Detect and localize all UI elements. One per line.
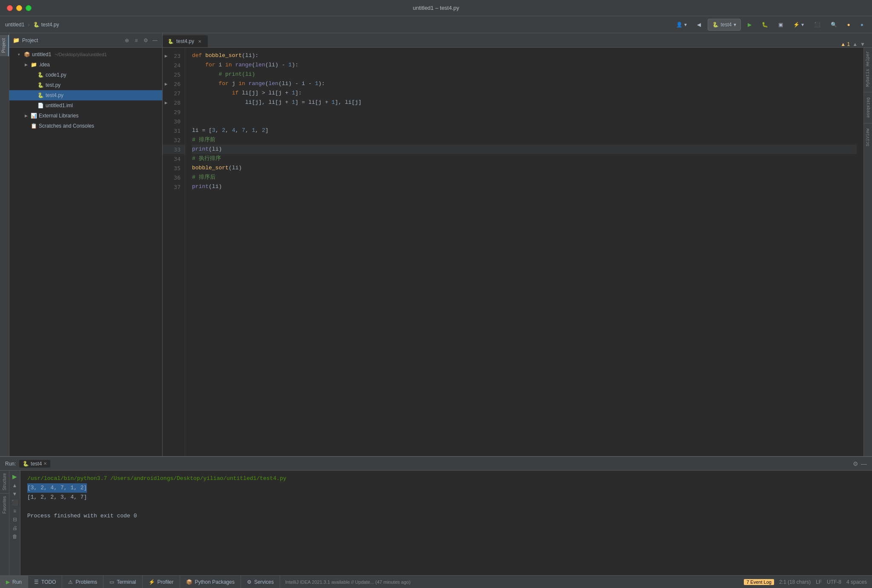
sciview-tab[interactable]: SciView [865, 125, 871, 150]
code-line-36: # 排序后 [192, 173, 857, 182]
cursor-position[interactable]: 2:1 (18 chars) [779, 579, 811, 585]
tree-test4[interactable]: 🐍 test4.py [9, 90, 162, 100]
run-panel-header: Run: 🐍 test4 ✕ ⚙ — [0, 457, 872, 471]
run-output-line1: [3, 2, 4, 7, 1, 2] [27, 483, 865, 493]
structure-tab[interactable]: Structure [1, 471, 8, 493]
run-header-actions: ⚙ — [853, 460, 867, 467]
code-line-25: # print(li) [192, 70, 857, 79]
coverage-btn[interactable]: ▣ [775, 19, 786, 31]
linenum-36: 36 [169, 174, 185, 181]
line-26: ▶ 26 [163, 79, 185, 88]
breadcrumb-file[interactable]: 🐍 test4.py [33, 22, 59, 28]
profile-btn[interactable]: ⚡ ▾ [790, 19, 807, 31]
run-up-btn[interactable]: ▲ [12, 482, 17, 488]
tree-extlibs[interactable]: ▶ 📊 External Libraries [9, 111, 162, 121]
run-play-btn[interactable]: ▶ [12, 473, 17, 480]
scroll-up-icon[interactable]: ▲ [852, 41, 858, 47]
debug-btn[interactable]: 🐛 [758, 19, 772, 31]
run-settings-icon[interactable]: ⚙ [853, 460, 858, 467]
run-btn[interactable]: ▶ [744, 19, 755, 31]
code-content[interactable]: def bobble_sort(li): for i in range(len(… [185, 48, 863, 456]
run-config-selector[interactable]: 🐍 test4 ▾ [708, 19, 740, 31]
run-tab-close[interactable]: ✕ [43, 461, 47, 466]
tree-test[interactable]: 🐍 test.py [9, 80, 162, 90]
run-tab-icon: 🐍 [23, 461, 29, 467]
gutter-23: ▶ [163, 53, 169, 59]
run-filter2-btn[interactable]: ⊟ [13, 517, 17, 522]
linenum-24: 24 [169, 62, 185, 69]
run-exit-text: Process finished with exit code 0 [27, 513, 137, 519]
event-log-badge[interactable]: 7 Event Log [744, 579, 774, 585]
profiler-status-tab[interactable]: ⚡ Profiler [143, 576, 180, 588]
run-left-structure: Structure Favorites [0, 471, 9, 575]
line-separator[interactable]: LF [816, 579, 822, 585]
run-status-tab[interactable]: ▶ Run [0, 576, 28, 588]
sync-icon[interactable]: ⊕ [123, 37, 131, 44]
tab-close-btn[interactable]: ✕ [197, 38, 203, 44]
encoding[interactable]: UTF-8 [827, 579, 841, 585]
coverage-icon: ▣ [778, 22, 783, 28]
stop-btn[interactable]: ⬛ [811, 19, 824, 31]
settings-icon[interactable]: ⚙ [142, 37, 149, 44]
run-stop-btn[interactable]: ⬛ [11, 500, 18, 505]
run-down-btn[interactable]: ▼ [12, 491, 17, 497]
run-print-btn[interactable]: 🖨 [12, 525, 17, 531]
window-title: untitled1 – test4.py [413, 5, 459, 11]
python-packages-status-tab[interactable]: 📦 Python Packages [180, 576, 241, 588]
test4-icon: 🐍 [37, 92, 44, 98]
breadcrumb-project[interactable]: untitled1 [5, 22, 24, 28]
avatar-icon: ● [847, 22, 850, 28]
line-31: 31 [163, 126, 185, 135]
line-27: 27 [163, 88, 185, 98]
run-config-icon: 🐍 [712, 22, 719, 28]
back-btn[interactable]: ◀ [694, 19, 704, 31]
scratches-label: Scratches and Consoles [39, 123, 94, 129]
project-tab[interactable]: Project [0, 35, 9, 56]
code-line-31: li = [3, 2, 4, 7, 1, 2] [192, 126, 857, 135]
database-tab[interactable]: Database [865, 94, 871, 121]
run-trash-btn[interactable]: 🗑 [12, 534, 17, 539]
status-right: 7 Event Log 2:1 (18 chars) LF UTF-8 4 sp… [739, 579, 872, 585]
favorites-tab[interactable]: Favorites [1, 494, 8, 516]
breadcrumb-sep1: › [28, 21, 29, 28]
gutter-area: ▶ 23 24 25 ▶ 26 [163, 48, 185, 191]
scroll-down-icon[interactable]: ▼ [860, 41, 865, 47]
traffic-lights[interactable] [7, 5, 32, 11]
code-editor[interactable]: ▶ 23 24 25 ▶ 26 [163, 48, 872, 456]
run-minimize-icon[interactable]: — [861, 460, 867, 467]
indent-info[interactable]: 4 spaces [846, 579, 867, 585]
maximize-button[interactable] [26, 5, 32, 11]
todo-status-tab[interactable]: ☰ TODO [28, 576, 62, 588]
line-30: 30 [163, 117, 185, 126]
services-status-tab[interactable]: ⚙ Services [241, 576, 280, 588]
extra-icon: ● [861, 22, 863, 28]
close-button[interactable] [7, 5, 13, 11]
idea-label: .idea [39, 62, 50, 68]
tree-code1[interactable]: 🐍 code1.py [9, 70, 162, 80]
tree-idea[interactable]: ▶ 📁 .idea [9, 60, 162, 70]
run-output[interactable]: /usr/local/bin/python3.7 /Users/androidl… [20, 471, 872, 575]
extra-btn[interactable]: ● [857, 19, 867, 31]
collapse-icon[interactable]: ≡ [132, 37, 140, 44]
close-panel-icon[interactable]: — [151, 37, 159, 44]
profiler-label: Profiler [158, 579, 174, 585]
problems-status-tab[interactable]: ⚠ Problems [62, 576, 103, 588]
minimize-button[interactable] [16, 5, 22, 11]
tree-scratches[interactable]: 📋 Scratches and Consoles [9, 121, 162, 131]
run-tab[interactable]: 🐍 test4 ✕ [19, 460, 50, 468]
tree-iml[interactable]: 📄 untitled1.iml [9, 100, 162, 111]
tree-root[interactable]: ▾ 📦 untitled1 ~/Desktop/yiliao/untitled1 [9, 49, 162, 60]
terminal-status-tab[interactable]: ▭ Terminal [103, 576, 142, 588]
search-btn[interactable]: 🔍 [827, 19, 840, 31]
run-cmd-line: /usr/local/bin/python3.7 /Users/androidl… [27, 474, 865, 483]
run-icon: ▶ [748, 22, 752, 28]
code-line-30 [192, 117, 857, 126]
git-user-btn[interactable]: 👤 ▾ [673, 19, 690, 31]
run-filter-btn[interactable]: ≡ [13, 508, 16, 514]
tab-test4[interactable]: 🐍 test4.py ✕ [163, 35, 208, 47]
services-label: Services [254, 579, 274, 585]
stop-icon: ⬛ [814, 22, 820, 28]
mybatis-tab[interactable]: Mybatis Helper [865, 48, 871, 90]
avatar-btn[interactable]: ● [844, 19, 854, 31]
iml-label: untitled1.iml [46, 103, 73, 108]
